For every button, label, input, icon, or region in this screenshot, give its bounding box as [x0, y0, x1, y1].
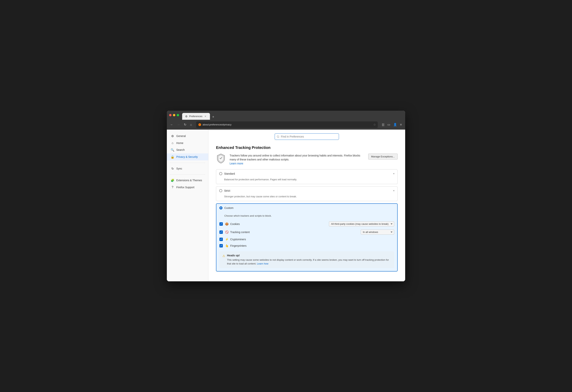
- page-title: Enhanced Tracking Protection: [216, 146, 397, 150]
- fingerprinters-label: Fingerprinters: [230, 244, 246, 247]
- main-content: Enhanced Tracking Protection Trackers fo…: [208, 142, 405, 281]
- custom-radio[interactable]: [219, 206, 222, 210]
- title-bar: ⚙ Preferences ✕ +: [167, 111, 405, 120]
- etp-header: Trackers follow you around online to col…: [216, 154, 397, 165]
- custom-subtitle: Choose which trackers and scripts to blo…: [219, 214, 394, 217]
- cookies-dropdown[interactable]: All third-party cookies (may cause websi…: [329, 221, 394, 227]
- address-bar[interactable]: about:preferences#privacy ☆: [196, 121, 378, 128]
- find-in-preferences-input[interactable]: [275, 133, 339, 140]
- sidebar-item-privacy[interactable]: 🔒 Privacy & Security: [167, 153, 208, 161]
- sidebar-item-label: Sync: [176, 167, 182, 170]
- sidebar-item-support[interactable]: ? Firefox Support: [167, 184, 208, 191]
- cryptominers-checkbox[interactable]: [219, 238, 223, 241]
- sidebar-item-sync[interactable]: ↻ Sync: [167, 165, 208, 172]
- custom-option-header[interactable]: Custom: [216, 204, 397, 212]
- fingerprinters-icon: 👆: [225, 244, 229, 247]
- library-icon[interactable]: |||: [381, 122, 385, 127]
- cryptominers-row: ⚡ Cryptominers: [219, 236, 394, 243]
- menu-icon[interactable]: ≡: [399, 122, 403, 127]
- gear-icon: ⚙: [171, 134, 175, 138]
- cryptominers-icon: ⚡: [225, 238, 229, 241]
- account-icon[interactable]: 👤: [392, 122, 398, 127]
- cryptominers-label: Cryptominers: [230, 238, 246, 241]
- cookies-label: Cookies: [230, 223, 240, 226]
- maximize-button[interactable]: [177, 114, 179, 116]
- custom-content: Choose which trackers and scripts to blo…: [216, 212, 397, 271]
- cookies-row: 🍪 Cookies All third-party cookies (may c…: [219, 220, 394, 228]
- toolbar-icons: ||| ▭ 👤 ≡: [381, 122, 403, 127]
- search-icon: 🔍: [171, 148, 175, 152]
- strict-radio[interactable]: [219, 189, 222, 192]
- warning-box: ⚠ Heads up! This setting may cause some …: [219, 251, 394, 268]
- cookies-icon: 🍪: [225, 222, 229, 226]
- sidebar-item-label: Home: [176, 142, 183, 145]
- sidebar-divider-bottom: [170, 174, 205, 175]
- strict-option-header[interactable]: Strict ▾: [216, 187, 397, 195]
- warning-text: This setting may cause some websites to …: [227, 258, 391, 265]
- custom-option-card: Custom Choose which trackers and scripts…: [216, 203, 397, 272]
- reload-button[interactable]: ↻: [183, 122, 188, 127]
- tracking-icon: 🚫: [225, 230, 229, 234]
- sidebar-item-label: Search: [176, 148, 185, 151]
- custom-label: Custom: [224, 206, 394, 210]
- tab-bar: ⚙ Preferences ✕ +: [182, 111, 216, 120]
- tracking-checkbox[interactable]: [219, 230, 223, 234]
- manage-exceptions-button[interactable]: Manage Exceptions...: [368, 154, 397, 160]
- sidebar-divider: [170, 163, 205, 163]
- address-text: about:preferences#privacy: [203, 123, 372, 126]
- home-icon: ⌂: [171, 141, 175, 145]
- nav-bar: ← → ↻ ⌂ about:preferences#privacy ☆ ||| …: [167, 120, 405, 130]
- sidebar-item-home[interactable]: ⌂ Home: [167, 140, 208, 147]
- tracking-label: Tracking content: [230, 231, 250, 234]
- sidebar-item-search[interactable]: 🔍 Search: [167, 147, 208, 153]
- warning-triangle-icon: ⚠: [222, 254, 225, 265]
- standard-option-card: Standard ▾ Balanced for protection and p…: [216, 169, 397, 184]
- tab-close-button[interactable]: ✕: [204, 115, 207, 118]
- sidebar: ⚙ General ⌂ Home 🔍 Search 🔒 Privacy & Se…: [167, 130, 208, 281]
- standard-label: Standard: [224, 172, 391, 175]
- standard-radio[interactable]: [219, 172, 222, 175]
- lock-icon: 🔒: [171, 155, 175, 159]
- firefox-logo-icon: [198, 123, 201, 126]
- tab-icon: ⚙: [185, 115, 188, 118]
- content-area: Enhanced Tracking Protection Trackers fo…: [208, 130, 405, 281]
- sidebar-item-label: General: [176, 134, 186, 138]
- close-button[interactable]: [169, 114, 172, 116]
- active-tab[interactable]: ⚙ Preferences ✕: [182, 113, 210, 120]
- sidebar-toggle-icon[interactable]: ▭: [386, 122, 391, 127]
- learn-how-link[interactable]: Learn how: [257, 262, 269, 265]
- fingerprinters-checkbox[interactable]: [219, 244, 223, 247]
- tab-label: Preferences: [189, 115, 202, 118]
- new-tab-button[interactable]: +: [211, 114, 216, 120]
- tracking-row: 🚫 Tracking content In all windows Only i…: [219, 228, 394, 236]
- forward-button[interactable]: →: [176, 122, 181, 127]
- shield-icon: [216, 154, 226, 163]
- tracking-dropdown[interactable]: In all windows Only in private windows: [361, 229, 394, 235]
- minimize-button[interactable]: [173, 114, 175, 116]
- strict-description: Stronger protection, but may cause some …: [216, 195, 397, 201]
- learn-more-link[interactable]: Learn more: [230, 162, 243, 165]
- content-header: [208, 130, 405, 142]
- strict-option-card: Strict ▾ Stronger protection, but may ca…: [216, 186, 397, 201]
- back-button[interactable]: ←: [169, 122, 175, 127]
- warning-title: Heads up!: [227, 254, 391, 257]
- help-icon: ?: [171, 186, 175, 189]
- strict-chevron-icon: ▾: [393, 189, 394, 192]
- standard-chevron-icon: ▾: [393, 172, 394, 175]
- cookies-checkbox[interactable]: [219, 222, 223, 226]
- sidebar-item-label: Extensions & Themes: [176, 179, 202, 182]
- traffic-lights: [169, 114, 179, 116]
- browser-window: ⚙ Preferences ✕ + ← → ↻ ⌂ about:preferen…: [167, 111, 405, 281]
- fingerprinters-row: 👆 Fingerprinters: [219, 243, 394, 249]
- strict-label: Strict: [224, 189, 391, 192]
- standard-option-header[interactable]: Standard ▾: [216, 169, 397, 178]
- sync-icon: ↻: [171, 167, 175, 170]
- sidebar-item-general[interactable]: ⚙ General: [167, 133, 208, 140]
- browser-content: ⚙ General ⌂ Home 🔍 Search 🔒 Privacy & Se…: [167, 130, 405, 281]
- sidebar-item-label: Privacy & Security: [176, 155, 198, 158]
- sidebar-item-label: Firefox Support: [176, 186, 194, 189]
- home-button[interactable]: ⌂: [189, 122, 193, 127]
- standard-description: Balanced for protection and performance.…: [216, 178, 397, 184]
- bookmark-icon[interactable]: ☆: [373, 123, 376, 126]
- sidebar-item-extensions[interactable]: 🧩 Extensions & Themes: [167, 177, 208, 184]
